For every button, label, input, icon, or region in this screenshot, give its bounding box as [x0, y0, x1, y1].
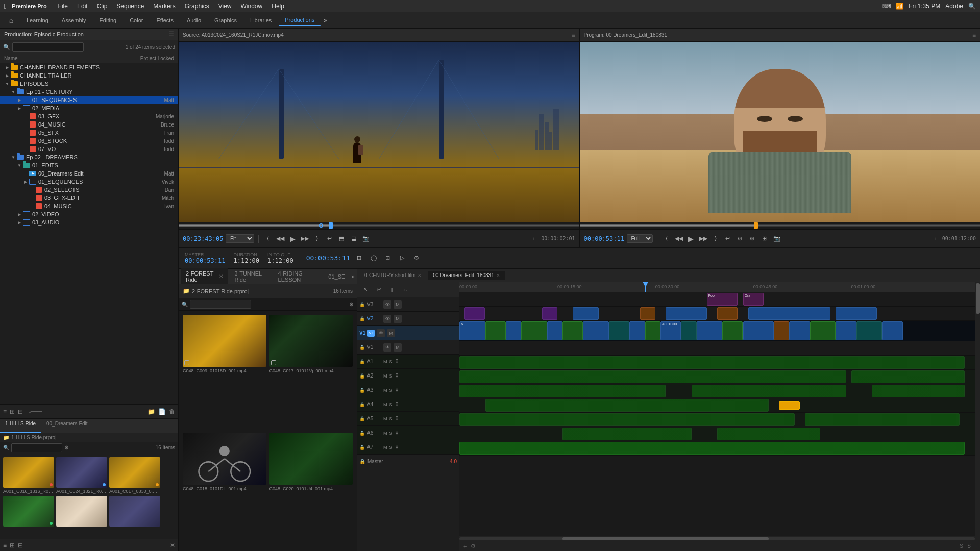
right-scrollbar-thumb[interactable]: [976, 283, 980, 314]
tree-item-02-media[interactable]: ▶ 02_MEDIA: [0, 104, 178, 112]
eye-btn-v1[interactable]: 👁: [383, 343, 391, 352]
thumbnail-item-1[interactable]: A001_C016_1816_R0.mp4: [3, 457, 54, 494]
bin-filter-icon[interactable]: ⚙: [64, 445, 69, 450]
solo-btn-a1[interactable]: M: [383, 359, 387, 364]
tl-tab-close-century[interactable]: ✕: [418, 273, 422, 278]
clip-v1t-7[interactable]: [583, 321, 609, 340]
bin-new-icon[interactable]: +: [163, 542, 167, 549]
seq-tab-forest-ride[interactable]: 2-FOREST Ride ✕: [181, 268, 228, 285]
thumbnail-item-6[interactable]: [109, 496, 160, 528]
tree-item-03-gfx[interactable]: 03_GFX Marjorie: [0, 112, 178, 120]
clip-v1t-10[interactable]: [645, 321, 660, 340]
menu-window[interactable]: Window: [237, 2, 267, 11]
track-row-v1[interactable]: [459, 341, 975, 356]
bb-thumb-3[interactable]: C048_C018_0101DL_001.mp4: [183, 433, 266, 547]
master-timecode[interactable]: 00:00:53:11: [185, 257, 225, 264]
clip-v2-4[interactable]: [640, 307, 655, 320]
clip-a1-1[interactable]: [459, 356, 965, 369]
tab-productions[interactable]: Productions: [279, 15, 321, 26]
bin-tab-dreamers-edit[interactable]: 00_Dreamers Edit: [41, 419, 93, 433]
tl-timebar[interactable]: 00:00:00 00:00:15:00 00:00:30:00 00:00:4…: [459, 282, 975, 292]
icon-view-icon[interactable]: ⊞: [10, 408, 15, 415]
bb-search-input[interactable]: [190, 300, 251, 309]
tl-add-track-icon[interactable]: +: [463, 543, 467, 549]
panel-menu-icon[interactable]: ☰: [168, 31, 174, 38]
clip-v2-3[interactable]: [573, 307, 599, 320]
thumbnail-item-2[interactable]: A001_C024_1821_R0.mp4: [56, 457, 107, 494]
program-timeline-handle[interactable]: [754, 222, 758, 229]
tree-item-channel-trailer[interactable]: ▶ CHANNEL TRAILER: [0, 71, 178, 80]
lock-icon-a1[interactable]: 🔒: [359, 359, 365, 364]
source-next-frame[interactable]: ⟩: [312, 234, 322, 244]
mute-btn-v3[interactable]: M: [394, 300, 402, 309]
clip-a3-2[interactable]: [692, 385, 846, 397]
tree-item-episodes[interactable]: ▼ EPISODES: [0, 80, 178, 88]
transport-tool-2[interactable]: ◯: [369, 253, 379, 263]
more-workspaces[interactable]: »: [321, 16, 330, 25]
lock-icon-master[interactable]: 🔒: [359, 459, 365, 464]
transport-tool-3[interactable]: ⊡: [383, 253, 393, 263]
menu-sequence[interactable]: Sequence: [112, 2, 148, 11]
delete-icon[interactable]: 🗑: [169, 408, 175, 415]
track-row-a6[interactable]: [459, 427, 975, 441]
tree-item-02-selects[interactable]: 02_SELECTS Dan: [0, 186, 178, 194]
seq-tab-riding-lesson[interactable]: 4-RIDING LESSON: [273, 268, 323, 285]
clip-v1t-14[interactable]: [722, 321, 743, 340]
clip-v2-8[interactable]: [836, 307, 877, 320]
bin-freeform-icon[interactable]: ⊟: [18, 542, 23, 549]
clip-v2-2[interactable]: [542, 307, 557, 320]
clip-a5-2[interactable]: [805, 413, 960, 426]
lock-icon-a5[interactable]: 🔒: [359, 416, 365, 421]
lock-icon-v3[interactable]: 🔒: [359, 302, 365, 307]
source-monitor-timeline[interactable]: [179, 222, 579, 229]
program-prev-frame[interactable]: ⟨: [662, 234, 672, 244]
program-lift[interactable]: ⊘: [735, 234, 745, 244]
seq-tabs-more[interactable]: »: [351, 273, 355, 280]
source-prev-frame[interactable]: ⟨: [263, 234, 273, 244]
program-add[interactable]: +: [930, 234, 940, 244]
source-timeline-handle[interactable]: [329, 222, 333, 229]
tree-item-01-seq-ep2[interactable]: ▶ 01_SEQUENCES Vivek: [0, 178, 178, 186]
menu-file[interactable]: File: [54, 2, 72, 11]
source-settings-icon[interactable]: ≡: [571, 32, 575, 39]
new-item-icon[interactable]: 📄: [158, 408, 166, 415]
program-zoom-select[interactable]: FullFit50%: [627, 234, 653, 243]
list-view-icon[interactable]: ≡: [3, 408, 7, 415]
mute-btn-v2[interactable]: M: [394, 315, 402, 323]
tree-item-channel-brand[interactable]: ▶ CHANNEL BRAND ELEMENTS: [0, 63, 178, 71]
clip-v1t-1[interactable]: fx: [459, 321, 485, 340]
tree-item-03-audio[interactable]: ▶ 03_AUDIO: [0, 218, 178, 227]
apple-icon[interactable]: : [4, 2, 7, 10]
s-btn-a1[interactable]: S: [389, 359, 393, 364]
clip-v1t-15[interactable]: [743, 321, 774, 340]
lock-icon-a7[interactable]: 🔒: [359, 445, 365, 450]
tree-item-05-sfx[interactable]: 05_SFX Fran: [0, 129, 178, 137]
target-btn-v1[interactable]: V1: [368, 330, 375, 337]
bin-tab-hills-ride[interactable]: 1-HILLS Ride: [0, 419, 41, 433]
new-bin-icon[interactable]: 📁: [148, 408, 155, 415]
track-row-a7[interactable]: [459, 441, 975, 456]
tree-item-dreamers-edit[interactable]: ▶ 00_Dreamers Edit Matt: [0, 169, 178, 178]
tree-item-04-music-ep2[interactable]: 04_MUSIC Ivan: [0, 202, 178, 210]
tab-libraries[interactable]: Libraries: [244, 15, 278, 26]
source-timecode[interactable]: 00:23:43:05: [183, 235, 224, 242]
tab-assembly[interactable]: Assembly: [56, 15, 92, 26]
bin-list-icon[interactable]: ≡: [3, 542, 7, 549]
program-monitor-timeline[interactable]: [580, 222, 981, 229]
track-row-a5[interactable]: [459, 413, 975, 427]
tree-item-01-edits[interactable]: ▼ 01_EDITS: [0, 161, 178, 169]
bb-thumb-2[interactable]: C048_C017_01011Vj_001.mp4: [270, 315, 353, 430]
solo-btn-a5[interactable]: M: [383, 416, 387, 421]
freeform-view-icon[interactable]: ⊟: [18, 408, 23, 415]
clip-v1t-3[interactable]: [506, 321, 521, 340]
tree-item-03-gfx-edit[interactable]: 03_GFX-EDIT Mitch: [0, 194, 178, 202]
tab-color[interactable]: Color: [124, 15, 149, 26]
clip-v1t-5[interactable]: [547, 321, 562, 340]
lock-icon-a3[interactable]: 🔒: [359, 388, 365, 393]
thumbnail-item-4[interactable]: [3, 496, 54, 528]
track-row-v3[interactable]: Fool Ora: [459, 292, 975, 307]
s-btn-a2[interactable]: S: [389, 373, 393, 379]
seq-tab-tunnel-ride[interactable]: 3-TUNNEL Ride: [229, 268, 272, 285]
program-step-back[interactable]: ◀◀: [674, 234, 684, 244]
clip-v1t-4[interactable]: [521, 321, 547, 340]
